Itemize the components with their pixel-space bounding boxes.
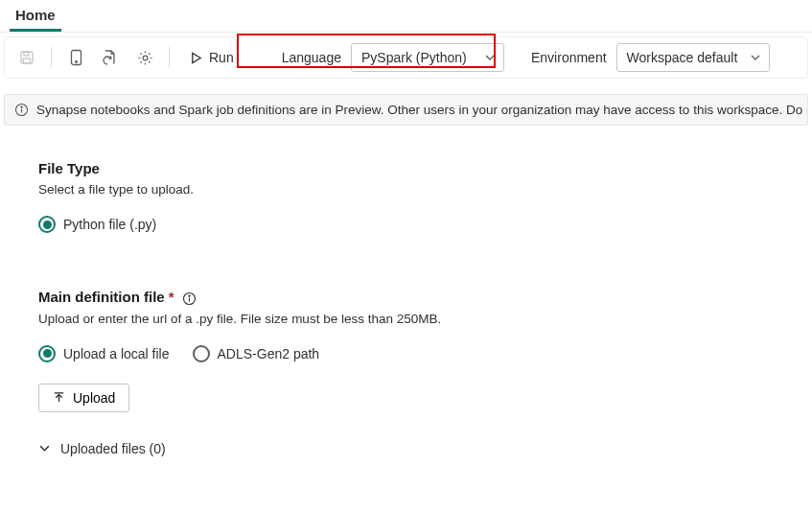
chevron-down-icon bbox=[38, 442, 51, 454]
banner-text: Synapse notebooks and Spark job definiti… bbox=[36, 103, 808, 117]
radio-indicator-icon bbox=[38, 216, 56, 233]
uploaded-files-label: Uploaded files (0) bbox=[60, 441, 166, 456]
settings-gear-icon[interactable] bbox=[130, 43, 159, 72]
upload-button-label: Upload bbox=[73, 390, 115, 406]
svg-rect-2 bbox=[24, 58, 31, 63]
environment-value: Workspace default bbox=[627, 50, 738, 65]
phone-icon[interactable] bbox=[61, 43, 90, 72]
tab-home-label: Home bbox=[15, 7, 56, 23]
svg-point-8 bbox=[21, 106, 22, 107]
file-type-section: File Type Select a file type to upload. … bbox=[38, 160, 812, 233]
form: File Type Select a file type to upload. … bbox=[0, 126, 812, 456]
upload-button[interactable]: Upload bbox=[38, 384, 129, 412]
tab-bar: Home bbox=[0, 0, 812, 33]
play-icon bbox=[189, 51, 203, 65]
chevron-down-icon bbox=[750, 52, 761, 63]
run-button[interactable]: Run bbox=[179, 46, 244, 69]
preview-info-banner: Synapse notebooks and Spark job definiti… bbox=[4, 94, 808, 126]
toolbar-separator bbox=[169, 47, 170, 68]
required-asterisk: * bbox=[169, 289, 174, 305]
language-label: Language bbox=[274, 50, 345, 65]
main-definition-title: Main definition file * bbox=[38, 289, 812, 306]
radio-python-file-label: Python file (.py) bbox=[63, 217, 156, 232]
tab-home[interactable]: Home bbox=[10, 3, 61, 32]
radio-upload-local-label: Upload a local file bbox=[63, 346, 170, 361]
save-icon bbox=[12, 43, 41, 72]
language-dropdown[interactable]: PySpark (Python) bbox=[351, 43, 504, 72]
main-definition-subtitle: Upload or enter the url of a .py file. F… bbox=[38, 312, 812, 326]
radio-indicator-icon bbox=[38, 345, 56, 362]
toolbar: Run Language PySpark (Python) Environmen… bbox=[4, 36, 808, 79]
environment-label: Environment bbox=[523, 50, 611, 65]
environment-dropdown[interactable]: Workspace default bbox=[616, 43, 770, 72]
language-value: PySpark (Python) bbox=[361, 50, 467, 65]
file-type-subtitle: Select a file type to upload. bbox=[38, 182, 812, 197]
run-label: Run bbox=[209, 50, 234, 65]
svg-point-5 bbox=[143, 56, 148, 60]
toolbar-separator bbox=[51, 47, 52, 68]
info-icon bbox=[14, 103, 29, 117]
radio-python-file[interactable]: Python file (.py) bbox=[38, 216, 156, 233]
main-definition-title-text: Main definition file bbox=[38, 289, 165, 305]
svg-point-4 bbox=[75, 61, 77, 63]
radio-adls-path-label: ADLS-Gen2 path bbox=[218, 346, 320, 361]
radio-adls-path[interactable]: ADLS-Gen2 path bbox=[193, 345, 320, 362]
document-refresh-icon[interactable] bbox=[96, 43, 125, 72]
file-type-title: File Type bbox=[38, 160, 812, 176]
svg-rect-1 bbox=[24, 52, 29, 56]
svg-point-11 bbox=[189, 294, 190, 295]
radio-upload-local[interactable]: Upload a local file bbox=[38, 345, 170, 362]
upload-arrow-icon bbox=[53, 391, 65, 404]
svg-rect-0 bbox=[21, 52, 33, 63]
radio-indicator-icon bbox=[193, 345, 210, 362]
help-info-icon[interactable] bbox=[182, 291, 197, 306]
uploaded-files-toggle[interactable]: Uploaded files (0) bbox=[38, 441, 812, 456]
main-definition-section: Main definition file * Upload or enter t… bbox=[38, 289, 812, 456]
chevron-down-icon bbox=[484, 52, 496, 63]
